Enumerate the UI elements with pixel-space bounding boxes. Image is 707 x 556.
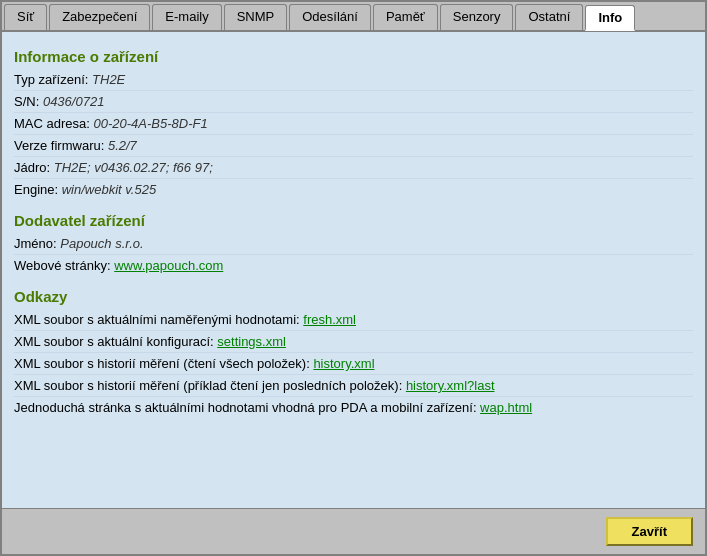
- supplier-row-1: Webové stránky: www.papouch.com: [14, 255, 693, 276]
- tab-senzory[interactable]: Senzory: [440, 4, 514, 30]
- tab-emaily[interactable]: E-maily: [152, 4, 221, 30]
- link-href-1[interactable]: settings.xml: [217, 334, 286, 349]
- device-info-value: 5.2/7: [108, 138, 137, 153]
- supplier-section: Dodavatel zařízeníJméno: Papouch s.r.o.W…: [14, 206, 693, 276]
- supplier-title: Dodavatel zařízení: [14, 212, 693, 229]
- link-href-3[interactable]: history.xml?last: [406, 378, 495, 393]
- tab-bar: SíťZabezpečeníE-mailySNMPOdesíláníPaměťS…: [2, 2, 705, 32]
- link-href-4[interactable]: wap.html: [480, 400, 532, 415]
- link-row-4: Jednoduchá stránka s aktuálními hodnotam…: [14, 397, 693, 418]
- device-info-section: Informace o zařízeníTyp zařízení: TH2ES/…: [14, 42, 693, 200]
- close-button[interactable]: Zavřít: [606, 517, 693, 546]
- device-info-title: Informace o zařízení: [14, 48, 693, 65]
- link-row-0: XML soubor s aktuálními naměřenými hodno…: [14, 309, 693, 331]
- supplier-label: Jméno:: [14, 236, 60, 251]
- link-label: XML soubor s historií měření (čtení všec…: [14, 356, 313, 371]
- device-info-row-2: MAC adresa: 00-20-4A-B5-8D-F1: [14, 113, 693, 135]
- device-info-label: S/N:: [14, 94, 43, 109]
- device-info-label: Jádro:: [14, 160, 54, 175]
- device-info-label: Verze firmwaru:: [14, 138, 108, 153]
- tab-odesilani[interactable]: Odesílání: [289, 4, 371, 30]
- tab-sit[interactable]: Síť: [4, 4, 47, 30]
- supplier-label: Webové stránky:: [14, 258, 114, 273]
- device-info-row-1: S/N: 0436/0721: [14, 91, 693, 113]
- tab-info[interactable]: Info: [585, 5, 635, 31]
- link-href-0[interactable]: fresh.xml: [303, 312, 356, 327]
- device-info-value: 00-20-4A-B5-8D-F1: [93, 116, 207, 131]
- device-info-label: MAC adresa:: [14, 116, 93, 131]
- tab-snmp[interactable]: SNMP: [224, 4, 288, 30]
- links-title: Odkazy: [14, 288, 693, 305]
- device-info-row-3: Verze firmwaru: 5.2/7: [14, 135, 693, 157]
- tab-pamet[interactable]: Paměť: [373, 4, 438, 30]
- link-row-1: XML soubor s aktuální konfigurací: setti…: [14, 331, 693, 353]
- tab-zabezpeceni[interactable]: Zabezpečení: [49, 4, 150, 30]
- link-label: XML soubor s aktuální konfigurací:: [14, 334, 217, 349]
- tab-ostatni[interactable]: Ostatní: [515, 4, 583, 30]
- device-info-row-0: Typ zařízení: TH2E: [14, 69, 693, 91]
- links-section: OdkazyXML soubor s aktuálními naměřenými…: [14, 282, 693, 418]
- device-info-value: TH2E: [92, 72, 125, 87]
- device-info-row-5: Engine: win/webkit v.525: [14, 179, 693, 200]
- link-label: XML soubor s historií měření (příklad čt…: [14, 378, 406, 393]
- device-info-label: Typ zařízení:: [14, 72, 92, 87]
- device-info-label: Engine:: [14, 182, 62, 197]
- content-area: Informace o zařízeníTyp zařízení: TH2ES/…: [2, 32, 705, 508]
- link-label: XML soubor s aktuálními naměřenými hodno…: [14, 312, 303, 327]
- footer: Zavřít: [2, 508, 705, 554]
- device-info-value: 0436/0721: [43, 94, 104, 109]
- supplier-value: Papouch s.r.o.: [60, 236, 143, 251]
- link-row-2: XML soubor s historií měření (čtení všec…: [14, 353, 693, 375]
- link-href-2[interactable]: history.xml: [313, 356, 374, 371]
- supplier-row-0: Jméno: Papouch s.r.o.: [14, 233, 693, 255]
- device-info-row-4: Jádro: TH2E; v0436.02.27; f66 97;: [14, 157, 693, 179]
- device-info-value: win/webkit v.525: [62, 182, 156, 197]
- main-window: SíťZabezpečeníE-mailySNMPOdesíláníPaměťS…: [0, 0, 707, 556]
- link-label: Jednoduchá stránka s aktuálními hodnotam…: [14, 400, 480, 415]
- device-info-value: TH2E; v0436.02.27; f66 97;: [54, 160, 213, 175]
- supplier-link[interactable]: www.papouch.com: [114, 258, 223, 273]
- link-row-3: XML soubor s historií měření (příklad čt…: [14, 375, 693, 397]
